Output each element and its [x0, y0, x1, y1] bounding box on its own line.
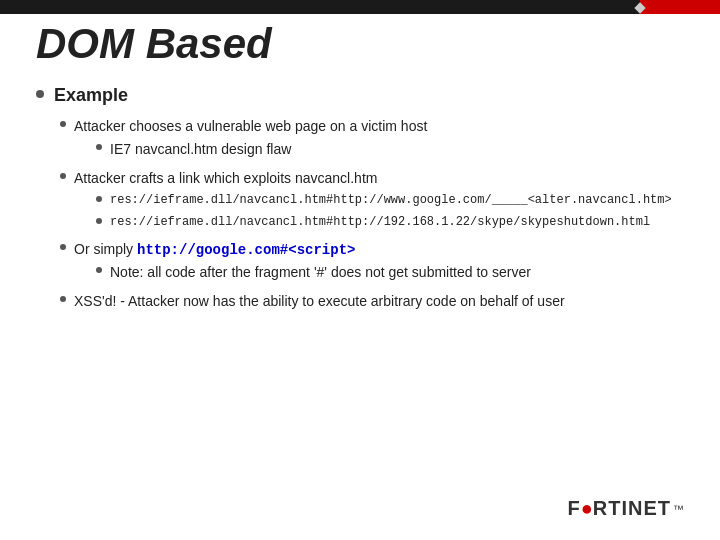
top-bar: [0, 0, 720, 14]
bullet-icon: [96, 144, 102, 150]
sub-sub-list: Note: all code after the fragment '#' do…: [96, 262, 531, 283]
sub-sub-list: res://ieframe.dll/navcancl.htm#http://ww…: [96, 191, 672, 231]
item-text-container: Attacker crafts a link which exploits na…: [74, 168, 672, 235]
item-text-container: Or simply http://google.com#<script> Not…: [74, 239, 531, 287]
page-title: DOM Based: [36, 20, 272, 68]
item-code-text: res://ieframe.dll/navcancl.htm#http://19…: [110, 213, 650, 231]
list-item: res://ieframe.dll/navcancl.htm#http://ww…: [96, 191, 672, 209]
bullet-icon: [60, 173, 66, 179]
item-text-prefix: Or simply: [74, 241, 137, 257]
logo-text-rest: RTINET: [593, 497, 671, 520]
top-bar-red-accent: [640, 0, 720, 14]
item-text: Note: all code after the fragment '#' do…: [110, 262, 531, 283]
list-item: Attacker chooses a vulnerable web page o…: [60, 116, 684, 164]
list-item: XSS'd! - Attacker now has the ability to…: [60, 291, 684, 312]
bullet-icon: [96, 267, 102, 273]
content-area: Example Attacker chooses a vulnerable we…: [36, 85, 684, 316]
item-text: Attacker crafts a link which exploits na…: [74, 170, 377, 186]
bullet-icon: [96, 196, 102, 202]
item-text: Attacker chooses a vulnerable web page o…: [74, 118, 427, 134]
fortinet-logo: F ● RTINET ™: [567, 497, 684, 520]
example-label: Example: [54, 85, 128, 106]
logo-dot: ●: [581, 497, 593, 520]
bullet-icon: [96, 218, 102, 224]
example-heading: Example: [36, 85, 684, 106]
sub-sub-list: IE7 navcancl.htm design flaw: [96, 139, 427, 160]
item-text: IE7 navcancl.htm design flaw: [110, 139, 291, 160]
item-code-text: res://ieframe.dll/navcancl.htm#http://ww…: [110, 191, 672, 209]
logo-trademark: ™: [673, 503, 684, 515]
list-item: IE7 navcancl.htm design flaw: [96, 139, 427, 160]
item-code-highlight: http://google.com#<script>: [137, 242, 355, 258]
list-item: Attacker crafts a link which exploits na…: [60, 168, 684, 235]
example-sub-list: Attacker chooses a vulnerable web page o…: [60, 116, 684, 312]
item-text: XSS'd! - Attacker now has the ability to…: [74, 291, 565, 312]
list-item: res://ieframe.dll/navcancl.htm#http://19…: [96, 213, 672, 231]
list-item: Or simply http://google.com#<script> Not…: [60, 239, 684, 287]
bullet-icon: [60, 121, 66, 127]
logo-text: F: [567, 497, 580, 520]
bullet-icon: [60, 296, 66, 302]
bullet-icon: [60, 244, 66, 250]
item-text-container: Attacker chooses a vulnerable web page o…: [74, 116, 427, 164]
bullet-icon: [36, 90, 44, 98]
list-item: Note: all code after the fragment '#' do…: [96, 262, 531, 283]
